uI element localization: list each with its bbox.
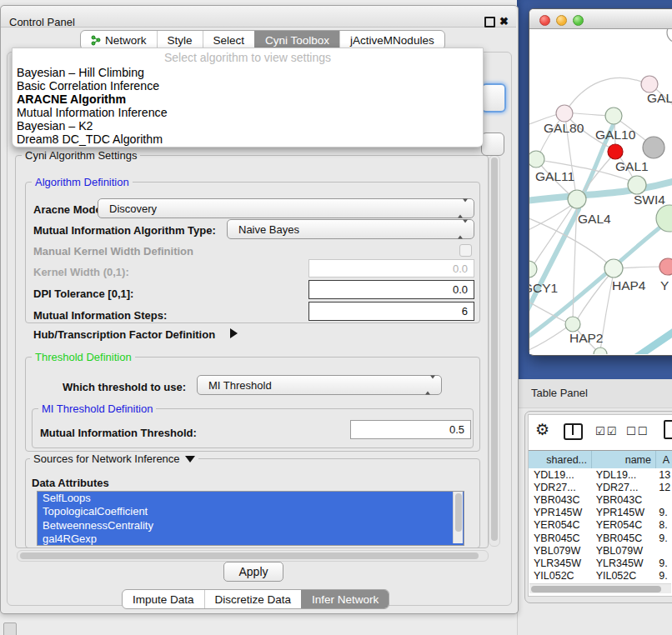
- attributes-list-scrollbar[interactable]: [453, 492, 463, 543]
- data-attributes-list[interactable]: SelfLoopsTopologicalCoefficientBetweenne…: [37, 491, 464, 546]
- close-traffic-light[interactable]: [539, 15, 550, 26]
- table-cell: YBL079W: [529, 544, 591, 557]
- table-cell: 8.: [654, 519, 672, 532]
- bottom-tab-impute-data[interactable]: Impute Data: [123, 590, 204, 608]
- hidden-combobox[interactable]: [481, 132, 504, 156]
- file-icon[interactable]: [664, 420, 672, 439]
- data-attribute-item[interactable]: TopologicalCoefficient: [38, 505, 464, 518]
- node-gal10[interactable]: [605, 108, 622, 124]
- node-gal1[interactable]: [608, 144, 623, 159]
- settings-vscroll-thumb[interactable]: [491, 158, 498, 541]
- mi-type-label: Mutual Information Algorithm Type:: [33, 224, 216, 237]
- settings-horizontal-scrollbar[interactable]: [17, 550, 489, 562]
- aracne-mode-label: Aracne Mode:: [33, 203, 105, 216]
- tab-select[interactable]: Select: [203, 31, 255, 49]
- table-body[interactable]: YDL19...YDL19...13YDR27...YDR27...12YBR0…: [529, 468, 672, 582]
- table-cell: [654, 544, 672, 557]
- mi-steps-field[interactable]: 6: [308, 302, 474, 321]
- node-gal11[interactable]: [529, 151, 544, 168]
- kernel-width-field[interactable]: 0.0: [308, 259, 474, 278]
- cp-bottom-tab-bar: Impute DataDiscretize DataInfer Network: [122, 589, 389, 609]
- node-gal[interactable]: [641, 76, 658, 92]
- table-row[interactable]: YER054CYER054C8.: [529, 519, 672, 532]
- node[interactable]: [594, 348, 607, 354]
- node-gal80[interactable]: [556, 105, 573, 122]
- network-window-titlebar[interactable]: [529, 9, 672, 29]
- table-row[interactable]: YBR043CYBR043C: [529, 493, 672, 506]
- bottom-tab-discretize-data[interactable]: Discretize Data: [204, 590, 302, 608]
- attributes-scroll-thumb[interactable]: [455, 493, 462, 532]
- gear-icon[interactable]: ⚙: [535, 422, 549, 438]
- table-cell: YER054C: [529, 519, 591, 532]
- table-row[interactable]: YDR27...YDR27...12: [529, 481, 672, 493]
- node-y[interactable]: [659, 258, 672, 275]
- algorithm-option[interactable]: Bayesian – K2: [17, 119, 479, 132]
- close-icon[interactable]: ✖: [499, 15, 509, 28]
- table-cell: 9.: [654, 557, 672, 569]
- select-all-checkboxes-icon[interactable]: ☑☑: [595, 425, 618, 438]
- node-gal4[interactable]: [568, 190, 586, 208]
- node-hap2[interactable]: [565, 317, 580, 332]
- node-label: HAP4: [612, 278, 646, 292]
- tab-cyni-toolbox[interactable]: Cyni Toolbox: [254, 31, 339, 49]
- zoom-traffic-light[interactable]: [573, 15, 584, 26]
- table-panel-title: Table Panel: [531, 387, 588, 399]
- node-label: GAL1: [615, 159, 649, 173]
- bottom-tab-infer-network[interactable]: Infer Network: [301, 590, 389, 608]
- expand-arrow-icon[interactable]: [230, 328, 238, 338]
- table-row[interactable]: YPR145WYPR145W9.: [529, 507, 672, 519]
- hidden-focused-combobox[interactable]: [481, 83, 506, 112]
- tab-jactivemnodules[interactable]: jActiveMNodules: [339, 31, 444, 49]
- table-cell: YER054C: [591, 519, 654, 532]
- table-hscroll-thumb[interactable]: [531, 586, 661, 592]
- table-cell: 12: [654, 481, 672, 493]
- table-horizontal-scrollbar[interactable]: [529, 583, 671, 593]
- column-header[interactable]: shared...: [529, 451, 592, 469]
- algorithm-option[interactable]: Bayesian – Hill Climbing: [17, 66, 479, 79]
- apply-button[interactable]: Apply: [223, 562, 283, 582]
- algorithm-option[interactable]: Mutual Information Inference: [17, 106, 479, 119]
- table-row[interactable]: YIL052CYIL052C9.: [529, 570, 672, 582]
- algorithm-definition-title: Algorithm Definition: [32, 176, 133, 188]
- column-header[interactable]: name: [592, 451, 656, 469]
- table-row[interactable]: YDL19...YDL19...13: [529, 468, 672, 481]
- float-window-icon[interactable]: [484, 17, 495, 28]
- columns-icon[interactable]: [564, 423, 583, 440]
- node-hap4[interactable]: [604, 259, 623, 278]
- aracne-mode-combobox[interactable]: Discovery: [98, 198, 474, 218]
- node[interactable]: [643, 137, 664, 158]
- network-canvas[interactable]: GALGAL80GAL10GAL1SWI4GAL11GAL4GCY1HAP4YH…: [529, 29, 672, 354]
- table-row[interactable]: YBL079WYBL079W: [529, 544, 672, 557]
- table-cell: YLR345W: [529, 557, 591, 569]
- mi-type-combobox[interactable]: Naive Bayes: [227, 219, 474, 239]
- algorithm-option[interactable]: Dream8 DC_TDC Algorithm: [17, 132, 479, 146]
- data-attribute-item[interactable]: BetweennessCentrality: [38, 519, 464, 532]
- which-threshold-value: MI Threshold: [208, 379, 272, 392]
- table-cell: YLR345W: [591, 557, 654, 569]
- dpi-tolerance-field[interactable]: 0.0: [308, 280, 474, 299]
- algorithm-dropdown-popup: Select algorithm to view settings Bayesi…: [12, 48, 484, 148]
- dpi-tolerance-label: DPI Tolerance [0,1]:: [33, 288, 133, 300]
- algorithm-option[interactable]: ARACNE Algorithm: [17, 92, 479, 106]
- column-header[interactable]: A: [656, 451, 672, 469]
- table-row[interactable]: YBR045CYBR045C9.: [529, 532, 672, 544]
- data-attribute-item[interactable]: SelfLoops: [38, 492, 464, 505]
- mi-threshold-field[interactable]: 0.5: [350, 420, 471, 439]
- tab-style[interactable]: Style: [157, 31, 203, 49]
- which-threshold-combobox[interactable]: MI Threshold: [197, 375, 442, 395]
- settings-vertical-scrollbar[interactable]: [489, 155, 500, 547]
- minimize-traffic-light[interactable]: [556, 15, 567, 26]
- hub-definition-label: Hub/Transcription Factor Definition: [33, 328, 215, 341]
- node[interactable]: [667, 29, 672, 42]
- table-row[interactable]: YLR345WYLR345W9.: [529, 557, 672, 569]
- node-swi4[interactable]: [628, 176, 646, 194]
- taskbar-mini-icon[interactable]: [3, 622, 17, 635]
- data-attribute-item[interactable]: gal4RGexp: [38, 532, 464, 546]
- manual-kernel-checkbox[interactable]: [459, 244, 472, 257]
- settings-hscroll-thumb[interactable]: [20, 552, 479, 559]
- node-gcy1[interactable]: [529, 261, 537, 278]
- tab-network[interactable]: Network: [81, 31, 157, 49]
- collapse-arrow-icon[interactable]: [185, 456, 195, 462]
- deselect-all-checkboxes-icon[interactable]: ☐☐: [626, 425, 649, 438]
- algorithm-option[interactable]: Basic Correlation Inference: [17, 79, 479, 92]
